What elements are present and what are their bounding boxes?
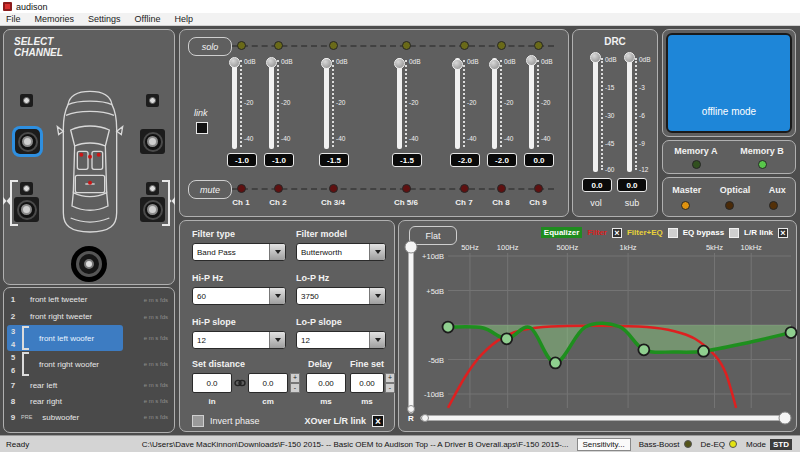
bass-boost-led[interactable] — [684, 440, 692, 448]
speaker-rear-right-tweeter[interactable] — [146, 182, 159, 195]
memory-b-led[interactable] — [758, 160, 767, 169]
drc-sub-handle[interactable] — [624, 52, 635, 63]
filter-model-select[interactable]: Butterworth — [296, 243, 386, 261]
invert-phase-checkbox[interactable] — [192, 415, 204, 427]
solo-led-ch2[interactable] — [274, 41, 283, 50]
fader-track[interactable] — [455, 58, 460, 149]
speaker-front-right-tweeter[interactable] — [146, 94, 159, 107]
menu-help[interactable]: Help — [174, 14, 193, 24]
channel-row-5-6[interactable]: 56 front right woofer e m s fds — [6, 351, 172, 377]
chevron-down-icon[interactable] — [369, 332, 385, 348]
link-icon[interactable] — [234, 379, 246, 387]
channel-row-9[interactable]: 9 PRE subwoofer e m s fds — [6, 409, 172, 425]
eq-control-point[interactable] — [501, 333, 512, 344]
speaker-rear-left-tweeter[interactable] — [20, 182, 33, 195]
fader-handle[interactable] — [266, 57, 277, 68]
menu-settings[interactable]: Settings — [88, 14, 121, 24]
distance-stepper[interactable]: +- — [290, 373, 300, 393]
fader-track[interactable] — [397, 58, 402, 149]
hip-hz-select[interactable]: 60 — [192, 287, 286, 305]
eq-control-point[interactable] — [698, 346, 709, 357]
filter-eq-checkbox[interactable] — [668, 228, 678, 238]
memory-a-led[interactable] — [692, 160, 701, 169]
speaker-front-left-woofer-selected[interactable] — [15, 129, 40, 154]
filter-checkbox[interactable]: × — [612, 228, 622, 238]
speaker-subwoofer[interactable] — [71, 246, 107, 282]
xover-lr-link-checkbox[interactable]: × — [372, 415, 384, 427]
eq-bypass-checkbox[interactable] — [729, 228, 739, 238]
mute-led-ch7[interactable] — [460, 184, 469, 193]
optical-led[interactable] — [725, 201, 734, 210]
solo-led-ch56[interactable] — [402, 41, 411, 50]
channel-row-7[interactable]: 7 rear left e m s fds — [6, 377, 172, 393]
channel-row-8[interactable]: 8 rear right e m s fds — [6, 393, 172, 409]
menu-offline[interactable]: Offline — [135, 14, 161, 24]
chevron-down-icon[interactable] — [369, 288, 385, 304]
de-eq-led[interactable] — [729, 440, 737, 448]
drc-sub-track[interactable] — [627, 56, 632, 172]
fine-set-stepper[interactable]: +- — [385, 373, 395, 393]
sensitivity-button[interactable]: Sensitivity... — [577, 438, 631, 451]
speaker-rear-left-woofer[interactable] — [14, 197, 39, 222]
fader-handle[interactable] — [394, 58, 405, 69]
solo-led-ch8[interactable] — [497, 41, 506, 50]
channel-row-2[interactable]: 2 front right tweeter e m s fds — [6, 308, 172, 325]
menu-memories[interactable]: Memories — [35, 14, 75, 24]
fader-handle[interactable] — [526, 55, 537, 66]
eq-horizontal-slider-handle[interactable] — [779, 412, 791, 424]
mute-led-ch56[interactable] — [402, 184, 411, 193]
fader-handle[interactable] — [489, 59, 500, 70]
channel-row-3-4-selected[interactable]: 34 front left woofer e m s fds — [6, 325, 172, 351]
mute-led-ch8[interactable] — [497, 184, 506, 193]
eq-graph[interactable]: 50Hz100Hz500Hz1kHz5kHz10kHz+10dB+5dB-5dB… — [399, 241, 798, 433]
speaker-rear-right-woofer[interactable] — [140, 197, 165, 222]
fader-track[interactable] — [269, 58, 274, 149]
mute-led-ch9[interactable] — [534, 184, 543, 193]
link-checkbox[interactable] — [196, 122, 208, 134]
mute-led-ch34[interactable] — [329, 184, 338, 193]
solo-led-ch7[interactable] — [460, 41, 469, 50]
fine-set-field[interactable]: 0.00 — [350, 373, 384, 393]
eq-control-point[interactable] — [443, 322, 454, 333]
offline-mode-box[interactable]: offline mode — [666, 33, 792, 133]
eq-vertical-slider-handle[interactable] — [405, 241, 417, 253]
lr-link-checkbox[interactable]: × — [778, 228, 788, 238]
fader-handle[interactable] — [229, 57, 240, 68]
equalizer-badge[interactable]: Equalizer — [541, 227, 583, 238]
lop-hz-select[interactable]: 3750 — [296, 287, 386, 305]
fader-handle[interactable] — [321, 58, 332, 69]
speaker-front-right-woofer[interactable] — [140, 129, 165, 154]
mute-led-ch1[interactable] — [237, 184, 246, 193]
fader-track[interactable] — [529, 58, 534, 149]
eq-control-point[interactable] — [638, 344, 649, 355]
mute-led-ch2[interactable] — [274, 184, 283, 193]
menu-file[interactable]: File — [6, 14, 21, 24]
filter-type-select[interactable]: Band Pass — [192, 243, 286, 261]
solo-led-ch34[interactable] — [329, 41, 338, 50]
chevron-down-icon[interactable] — [269, 332, 285, 348]
solo-led-ch1[interactable] — [237, 41, 246, 50]
drc-vol-track[interactable] — [593, 56, 598, 172]
chevron-down-icon[interactable] — [269, 288, 285, 304]
mode-value-badge[interactable]: STD — [770, 439, 792, 450]
delay-field[interactable]: 0.00 — [306, 373, 346, 393]
eq-control-point[interactable] — [550, 357, 561, 368]
fader-track[interactable] — [324, 58, 329, 149]
fader-track[interactable] — [492, 58, 497, 149]
mute-button[interactable]: mute — [188, 180, 232, 199]
hip-slope-select[interactable]: 12 — [192, 331, 286, 349]
master-led[interactable] — [681, 201, 690, 210]
distance-cm-field[interactable]: 0.0 — [248, 373, 288, 393]
solo-led-ch9[interactable] — [534, 41, 543, 50]
speaker-front-left-tweeter[interactable] — [20, 94, 33, 107]
chevron-down-icon[interactable] — [269, 244, 285, 260]
aux-led[interactable] — [769, 201, 778, 210]
solo-button[interactable]: solo — [188, 37, 232, 56]
distance-in-field[interactable]: 0.0 — [192, 373, 232, 393]
chevron-down-icon[interactable] — [369, 244, 385, 260]
fader-track[interactable] — [232, 58, 237, 149]
eq-control-point[interactable] — [786, 327, 797, 338]
lop-slope-select[interactable]: 12 — [296, 331, 386, 349]
drc-vol-handle[interactable] — [590, 52, 601, 63]
channel-row-1[interactable]: 1 front left tweeter e m s fds — [6, 291, 172, 308]
